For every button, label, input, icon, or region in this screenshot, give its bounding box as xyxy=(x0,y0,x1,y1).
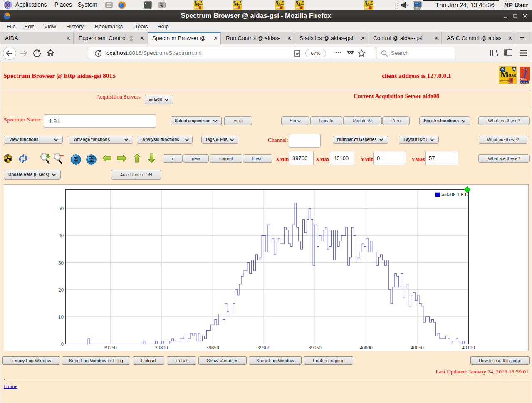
svg-text:40: 40 xyxy=(59,232,64,238)
svg-text:midas: midas xyxy=(365,7,369,9)
svg-text:50: 50 xyxy=(59,205,64,211)
svg-text:midas: midas xyxy=(296,7,300,9)
svg-text:idas: idas xyxy=(280,3,284,6)
svg-text:idas: idas xyxy=(300,3,304,6)
svg-text:midas: midas xyxy=(276,7,280,9)
svg-text:midas: midas xyxy=(234,7,238,9)
svg-text:39750: 39750 xyxy=(104,345,117,351)
svg-text:POWERED: POWERED xyxy=(520,82,530,84)
svg-text:idas: idas xyxy=(507,73,517,78)
svg-text:midas: midas xyxy=(195,7,198,9)
svg-text:idas: idas xyxy=(198,3,203,6)
svg-text:30: 30 xyxy=(59,260,64,266)
svg-text:aida08 1.8.L: aida08 1.8.L xyxy=(442,192,468,198)
svg-text:powered by: powered by xyxy=(500,79,509,82)
svg-text:20: 20 xyxy=(59,287,64,293)
svg-text:40050: 40050 xyxy=(411,345,423,351)
svg-text:39950: 39950 xyxy=(308,345,321,351)
svg-text:10: 10 xyxy=(59,314,64,320)
svg-text:idas: idas xyxy=(369,3,373,6)
svg-text:TCL/Tk: TCL/Tk xyxy=(509,82,514,84)
svg-text:TCL: TCL xyxy=(520,77,527,81)
svg-text:0: 0 xyxy=(61,341,64,347)
svg-text:idas: idas xyxy=(238,3,242,6)
svg-text:39800: 39800 xyxy=(155,345,168,351)
svg-text:39850: 39850 xyxy=(206,345,219,351)
svg-text:39900: 39900 xyxy=(257,345,270,351)
svg-text:40000: 40000 xyxy=(359,345,372,351)
svg-text:40100: 40100 xyxy=(462,345,475,351)
